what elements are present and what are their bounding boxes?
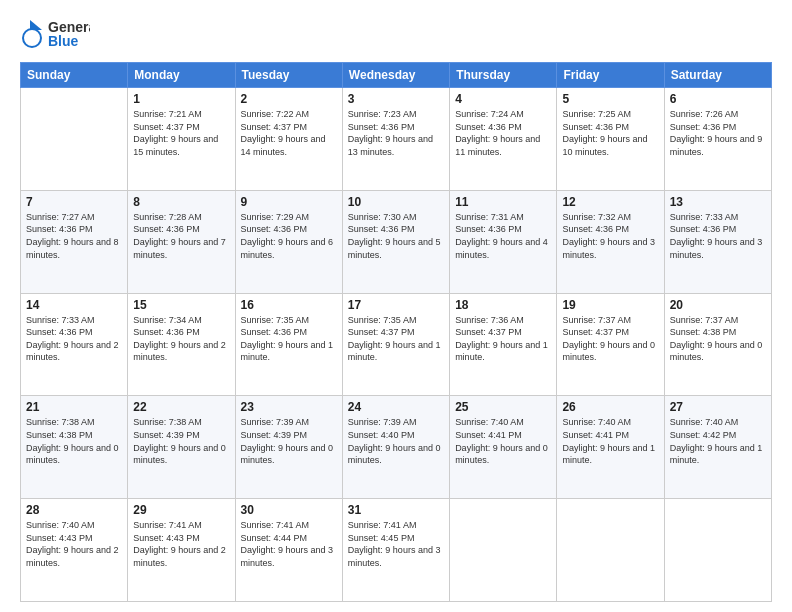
cell-info: Sunrise: 7:39 AMSunset: 4:39 PMDaylight:… [241, 416, 337, 466]
calendar-cell: 12Sunrise: 7:32 AMSunset: 4:36 PMDayligh… [557, 190, 664, 293]
logo: GeneralBlue [20, 16, 90, 52]
day-number: 20 [670, 298, 766, 312]
logo-svg: GeneralBlue [20, 16, 90, 52]
day-number: 5 [562, 92, 658, 106]
cell-info: Sunrise: 7:22 AMSunset: 4:37 PMDaylight:… [241, 108, 337, 158]
day-number: 28 [26, 503, 122, 517]
calendar-cell: 6Sunrise: 7:26 AMSunset: 4:36 PMDaylight… [664, 88, 771, 191]
day-number: 8 [133, 195, 229, 209]
cell-info: Sunrise: 7:37 AMSunset: 4:38 PMDaylight:… [670, 314, 766, 364]
cell-info: Sunrise: 7:40 AMSunset: 4:41 PMDaylight:… [455, 416, 551, 466]
calendar-cell: 20Sunrise: 7:37 AMSunset: 4:38 PMDayligh… [664, 293, 771, 396]
cell-info: Sunrise: 7:31 AMSunset: 4:36 PMDaylight:… [455, 211, 551, 261]
day-number: 17 [348, 298, 444, 312]
day-number: 9 [241, 195, 337, 209]
day-number: 7 [26, 195, 122, 209]
cell-info: Sunrise: 7:41 AMSunset: 4:43 PMDaylight:… [133, 519, 229, 569]
cell-info: Sunrise: 7:25 AMSunset: 4:36 PMDaylight:… [562, 108, 658, 158]
cell-info: Sunrise: 7:30 AMSunset: 4:36 PMDaylight:… [348, 211, 444, 261]
day-number: 1 [133, 92, 229, 106]
day-number: 10 [348, 195, 444, 209]
calendar-cell: 15Sunrise: 7:34 AMSunset: 4:36 PMDayligh… [128, 293, 235, 396]
calendar-cell: 23Sunrise: 7:39 AMSunset: 4:39 PMDayligh… [235, 396, 342, 499]
cell-info: Sunrise: 7:33 AMSunset: 4:36 PMDaylight:… [26, 314, 122, 364]
calendar-cell: 4Sunrise: 7:24 AMSunset: 4:36 PMDaylight… [450, 88, 557, 191]
day-number: 15 [133, 298, 229, 312]
calendar-cell: 27Sunrise: 7:40 AMSunset: 4:42 PMDayligh… [664, 396, 771, 499]
day-number: 19 [562, 298, 658, 312]
cell-info: Sunrise: 7:29 AMSunset: 4:36 PMDaylight:… [241, 211, 337, 261]
day-number: 29 [133, 503, 229, 517]
calendar-cell: 10Sunrise: 7:30 AMSunset: 4:36 PMDayligh… [342, 190, 449, 293]
day-number: 23 [241, 400, 337, 414]
calendar-cell: 26Sunrise: 7:40 AMSunset: 4:41 PMDayligh… [557, 396, 664, 499]
calendar-cell: 11Sunrise: 7:31 AMSunset: 4:36 PMDayligh… [450, 190, 557, 293]
calendar-cell: 8Sunrise: 7:28 AMSunset: 4:36 PMDaylight… [128, 190, 235, 293]
cell-info: Sunrise: 7:38 AMSunset: 4:38 PMDaylight:… [26, 416, 122, 466]
day-number: 31 [348, 503, 444, 517]
calendar-cell: 9Sunrise: 7:29 AMSunset: 4:36 PMDaylight… [235, 190, 342, 293]
calendar-cell: 19Sunrise: 7:37 AMSunset: 4:37 PMDayligh… [557, 293, 664, 396]
calendar-week-1: 7Sunrise: 7:27 AMSunset: 4:36 PMDaylight… [21, 190, 772, 293]
header-cell-monday: Monday [128, 63, 235, 88]
calendar-week-0: 1Sunrise: 7:21 AMSunset: 4:37 PMDaylight… [21, 88, 772, 191]
cell-info: Sunrise: 7:24 AMSunset: 4:36 PMDaylight:… [455, 108, 551, 158]
svg-text:Blue: Blue [48, 33, 79, 49]
cell-info: Sunrise: 7:39 AMSunset: 4:40 PMDaylight:… [348, 416, 444, 466]
cell-info: Sunrise: 7:32 AMSunset: 4:36 PMDaylight:… [562, 211, 658, 261]
calendar-cell [450, 499, 557, 602]
header-cell-tuesday: Tuesday [235, 63, 342, 88]
cell-info: Sunrise: 7:26 AMSunset: 4:36 PMDaylight:… [670, 108, 766, 158]
cell-info: Sunrise: 7:28 AMSunset: 4:36 PMDaylight:… [133, 211, 229, 261]
calendar-cell [664, 499, 771, 602]
day-number: 14 [26, 298, 122, 312]
day-number: 12 [562, 195, 658, 209]
calendar-cell: 21Sunrise: 7:38 AMSunset: 4:38 PMDayligh… [21, 396, 128, 499]
calendar-cell: 25Sunrise: 7:40 AMSunset: 4:41 PMDayligh… [450, 396, 557, 499]
calendar-cell: 30Sunrise: 7:41 AMSunset: 4:44 PMDayligh… [235, 499, 342, 602]
calendar-header-row: SundayMondayTuesdayWednesdayThursdayFrid… [21, 63, 772, 88]
day-number: 21 [26, 400, 122, 414]
day-number: 13 [670, 195, 766, 209]
calendar-week-3: 21Sunrise: 7:38 AMSunset: 4:38 PMDayligh… [21, 396, 772, 499]
day-number: 16 [241, 298, 337, 312]
cell-info: Sunrise: 7:40 AMSunset: 4:42 PMDaylight:… [670, 416, 766, 466]
calendar-cell: 3Sunrise: 7:23 AMSunset: 4:36 PMDaylight… [342, 88, 449, 191]
day-number: 2 [241, 92, 337, 106]
cell-info: Sunrise: 7:34 AMSunset: 4:36 PMDaylight:… [133, 314, 229, 364]
calendar-cell: 31Sunrise: 7:41 AMSunset: 4:45 PMDayligh… [342, 499, 449, 602]
calendar-cell: 13Sunrise: 7:33 AMSunset: 4:36 PMDayligh… [664, 190, 771, 293]
cell-info: Sunrise: 7:23 AMSunset: 4:36 PMDaylight:… [348, 108, 444, 158]
calendar-week-2: 14Sunrise: 7:33 AMSunset: 4:36 PMDayligh… [21, 293, 772, 396]
calendar-cell: 17Sunrise: 7:35 AMSunset: 4:37 PMDayligh… [342, 293, 449, 396]
day-number: 26 [562, 400, 658, 414]
day-number: 24 [348, 400, 444, 414]
calendar-cell: 29Sunrise: 7:41 AMSunset: 4:43 PMDayligh… [128, 499, 235, 602]
calendar-cell: 1Sunrise: 7:21 AMSunset: 4:37 PMDaylight… [128, 88, 235, 191]
day-number: 30 [241, 503, 337, 517]
day-number: 11 [455, 195, 551, 209]
calendar-week-4: 28Sunrise: 7:40 AMSunset: 4:43 PMDayligh… [21, 499, 772, 602]
calendar-cell: 16Sunrise: 7:35 AMSunset: 4:36 PMDayligh… [235, 293, 342, 396]
cell-info: Sunrise: 7:40 AMSunset: 4:41 PMDaylight:… [562, 416, 658, 466]
cell-info: Sunrise: 7:27 AMSunset: 4:36 PMDaylight:… [26, 211, 122, 261]
header-cell-saturday: Saturday [664, 63, 771, 88]
calendar-cell: 7Sunrise: 7:27 AMSunset: 4:36 PMDaylight… [21, 190, 128, 293]
header-cell-friday: Friday [557, 63, 664, 88]
calendar-cell: 18Sunrise: 7:36 AMSunset: 4:37 PMDayligh… [450, 293, 557, 396]
cell-info: Sunrise: 7:38 AMSunset: 4:39 PMDaylight:… [133, 416, 229, 466]
header-cell-wednesday: Wednesday [342, 63, 449, 88]
day-number: 4 [455, 92, 551, 106]
calendar-cell: 28Sunrise: 7:40 AMSunset: 4:43 PMDayligh… [21, 499, 128, 602]
calendar-cell [557, 499, 664, 602]
calendar-cell [21, 88, 128, 191]
cell-info: Sunrise: 7:41 AMSunset: 4:44 PMDaylight:… [241, 519, 337, 569]
cell-info: Sunrise: 7:41 AMSunset: 4:45 PMDaylight:… [348, 519, 444, 569]
calendar-cell: 5Sunrise: 7:25 AMSunset: 4:36 PMDaylight… [557, 88, 664, 191]
calendar-cell: 2Sunrise: 7:22 AMSunset: 4:37 PMDaylight… [235, 88, 342, 191]
cell-info: Sunrise: 7:21 AMSunset: 4:37 PMDaylight:… [133, 108, 229, 158]
day-number: 25 [455, 400, 551, 414]
header-cell-thursday: Thursday [450, 63, 557, 88]
cell-info: Sunrise: 7:36 AMSunset: 4:37 PMDaylight:… [455, 314, 551, 364]
day-number: 18 [455, 298, 551, 312]
